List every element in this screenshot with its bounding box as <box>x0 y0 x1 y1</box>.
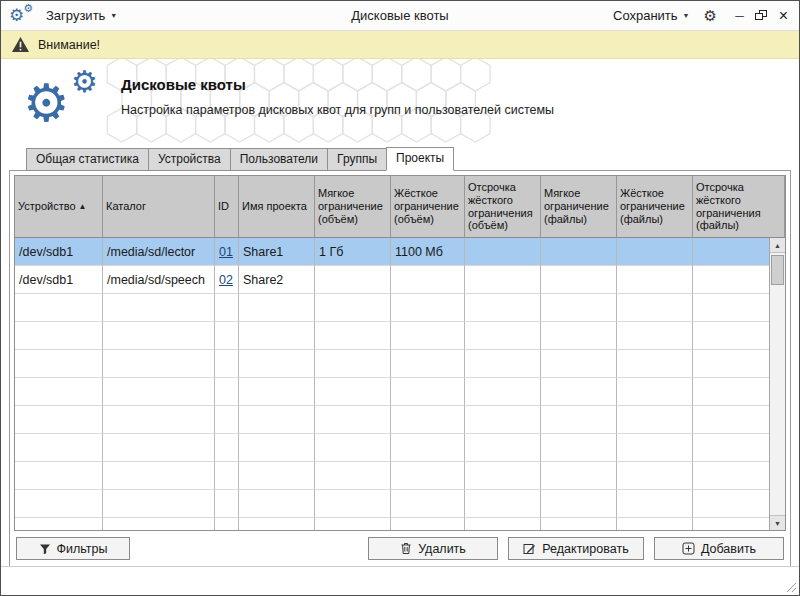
col-header-soft-volume[interactable]: Мягкое ограничение (объём) <box>315 176 391 238</box>
cell-hard-volume[interactable] <box>391 266 465 294</box>
empty-cell <box>315 406 391 434</box>
add-button[interactable]: Добавить <box>654 537 784 560</box>
col-header-directory[interactable]: Каталог <box>103 176 215 238</box>
empty-cell <box>465 434 541 462</box>
empty-cell <box>617 294 693 322</box>
tab-groups[interactable]: Группы <box>327 148 387 171</box>
empty-cell <box>465 462 541 490</box>
empty-cell <box>215 462 239 490</box>
cell-directory[interactable]: /media/sd/speech <box>103 266 215 294</box>
empty-cell <box>617 378 693 406</box>
dropdown-arrow-icon: ▼ <box>683 12 690 19</box>
save-menu-label: Сохранить <box>613 8 678 23</box>
col-header-grace-volume[interactable]: Отсрочка жёсткого ограничения (объём) <box>465 176 541 238</box>
tab-general-statistics[interactable]: Общая статистика <box>26 148 149 171</box>
resize-grip[interactable] <box>785 581 797 593</box>
cell-project-name[interactable]: Share1 <box>239 238 315 266</box>
empty-cell <box>465 518 541 531</box>
minimize-button[interactable]: ─ <box>732 8 747 24</box>
cell-grace-volume[interactable] <box>465 238 541 266</box>
empty-cell <box>215 322 239 350</box>
empty-cell <box>215 294 239 322</box>
empty-cell <box>15 406 103 434</box>
empty-cell <box>215 350 239 378</box>
cell-id: 02 <box>215 266 239 294</box>
edit-pencil-icon <box>523 542 536 555</box>
cell-hard-files[interactable] <box>617 266 693 294</box>
empty-cell <box>541 294 617 322</box>
window-controls: ─ × <box>732 8 791 24</box>
project-id-link[interactable]: 02 <box>219 273 233 287</box>
col-header-project-name[interactable]: Имя проекта <box>239 176 315 238</box>
empty-cell <box>215 490 239 518</box>
maximize-button[interactable] <box>754 9 769 22</box>
empty-cell <box>617 350 693 378</box>
col-header-hard-volume[interactable]: Жёсткое ограничение (объём) <box>391 176 465 238</box>
load-menu-button[interactable]: Загрузить ▼ <box>43 6 120 25</box>
empty-cell <box>541 518 617 531</box>
tab-devices[interactable]: Устройства <box>148 148 231 171</box>
empty-cell <box>465 490 541 518</box>
empty-cell <box>215 518 239 531</box>
empty-cell <box>239 518 315 531</box>
empty-cell <box>239 406 315 434</box>
cell-hard-files[interactable] <box>617 238 693 266</box>
empty-cell <box>103 490 215 518</box>
edit-button[interactable]: Редактировать <box>508 537 644 560</box>
cell-soft-files[interactable] <box>541 238 617 266</box>
empty-cell <box>315 490 391 518</box>
plus-icon <box>682 542 695 555</box>
empty-cell <box>103 518 215 531</box>
empty-cell <box>103 378 215 406</box>
scrollbar-thumb[interactable] <box>771 255 784 285</box>
cell-soft-files[interactable] <box>541 266 617 294</box>
close-button[interactable]: × <box>776 8 791 24</box>
scroll-up-button[interactable]: ▲ <box>770 238 785 253</box>
empty-cell <box>541 462 617 490</box>
empty-cell <box>239 378 315 406</box>
col-header-soft-files[interactable]: Мягкое ограничение (файлы) <box>541 176 617 238</box>
empty-cell <box>541 490 617 518</box>
col-header-device[interactable]: Устройство ▲ <box>15 176 103 238</box>
cell-soft-volume[interactable] <box>315 266 391 294</box>
empty-cell <box>239 490 315 518</box>
scroll-down-button[interactable]: ▼ <box>770 515 785 530</box>
empty-cell <box>617 322 693 350</box>
table-grid: Устройство ▲ Каталог ID Имя проекта Мягк… <box>15 176 785 531</box>
cell-device[interactable]: /dev/sdb1 <box>15 266 103 294</box>
cell-hard-volume[interactable]: 1100 Мб <box>391 238 465 266</box>
tab-projects[interactable]: Проекты <box>386 147 454 171</box>
empty-cell <box>617 406 693 434</box>
cell-device[interactable]: /dev/sdb1 <box>15 238 103 266</box>
empty-cell <box>239 322 315 350</box>
empty-cell <box>391 518 465 531</box>
project-id-link[interactable]: 01 <box>219 245 233 259</box>
empty-cell <box>541 350 617 378</box>
scrollbar-track[interactable] <box>770 253 785 515</box>
col-header-hard-files[interactable]: Жёсткое ограничение (файлы) <box>617 176 693 238</box>
app-gears-icon: ⚙ ⚙ <box>9 4 34 27</box>
page-subtitle: Настройка параметров дисковых квот для г… <box>121 103 554 117</box>
col-header-id[interactable]: ID <box>215 176 239 238</box>
cell-soft-volume[interactable]: 1 Гб <box>315 238 391 266</box>
cell-grace-volume[interactable] <box>465 266 541 294</box>
empty-cell <box>315 322 391 350</box>
settings-gear-icon[interactable]: ⚙ <box>704 8 717 23</box>
cell-project-name[interactable]: Share2 <box>239 266 315 294</box>
tab-users[interactable]: Пользователи <box>230 148 328 171</box>
action-bar: Фильтры Удалить Редактировать <box>14 537 786 560</box>
empty-cell <box>391 350 465 378</box>
empty-cell <box>541 434 617 462</box>
save-menu-button[interactable]: Сохранить ▼ <box>610 6 693 25</box>
col-header-grace-files[interactable]: Отсрочка жёсткого ограничения (файлы) <box>693 176 785 238</box>
content-panel: Устройство ▲ Каталог ID Имя проекта Мягк… <box>9 170 791 566</box>
gear-icon: ⚙ <box>23 3 33 14</box>
empty-cell <box>465 378 541 406</box>
delete-button[interactable]: Удалить <box>368 537 498 560</box>
filter-funnel-icon <box>39 543 51 555</box>
empty-cell <box>103 350 215 378</box>
filters-button[interactable]: Фильтры <box>16 537 130 560</box>
empty-cell <box>15 462 103 490</box>
cell-directory[interactable]: /media/sd/lector <box>103 238 215 266</box>
empty-cell <box>103 462 215 490</box>
